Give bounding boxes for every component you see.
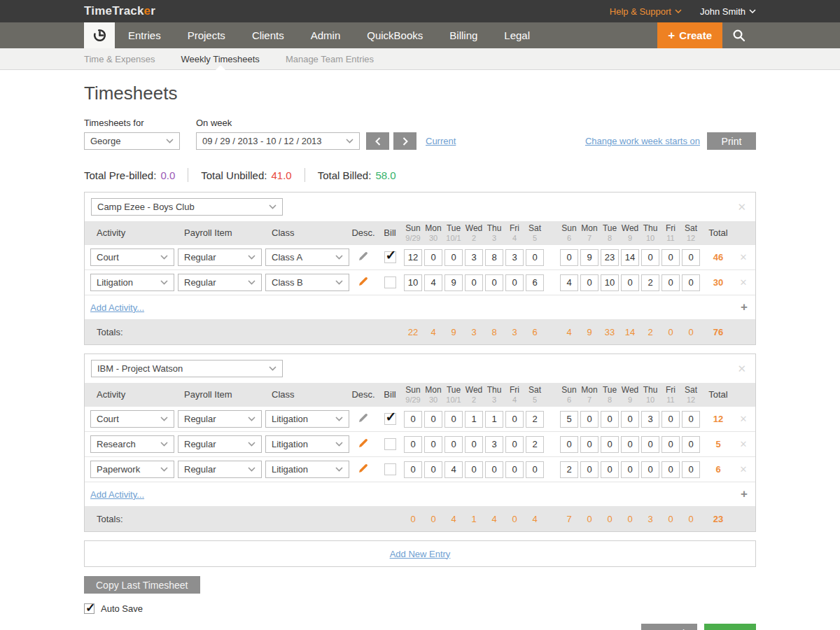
hour-input[interactable] <box>526 436 544 453</box>
hour-input[interactable] <box>662 274 680 291</box>
hour-input[interactable] <box>444 461 463 478</box>
week-select[interactable]: 09 / 29 / 2013 - 10 / 12 / 2013 <box>196 132 360 150</box>
hour-input[interactable] <box>404 274 422 291</box>
hour-input[interactable] <box>601 436 619 453</box>
hour-input[interactable] <box>505 411 524 428</box>
hour-input[interactable] <box>404 436 422 453</box>
project-select[interactable]: Camp Ezee - Boys Club <box>91 198 283 216</box>
hour-input[interactable] <box>621 411 639 428</box>
hour-input[interactable] <box>444 249 463 266</box>
hour-input[interactable] <box>485 249 503 266</box>
hour-input[interactable] <box>404 249 422 266</box>
hour-input[interactable] <box>682 411 700 428</box>
description-pencil-icon[interactable] <box>358 276 369 287</box>
class-select[interactable]: Litigation <box>265 461 349 478</box>
delete-row-icon[interactable]: ✕ <box>734 414 752 424</box>
hour-input[interactable] <box>621 274 639 291</box>
hour-input[interactable] <box>662 249 680 266</box>
hour-input[interactable] <box>580 249 598 266</box>
delete-row-icon[interactable]: ✕ <box>734 252 752 262</box>
nav-item-legal[interactable]: Legal <box>491 22 543 48</box>
hour-input[interactable] <box>424 436 442 453</box>
hour-input[interactable] <box>580 461 598 478</box>
change-work-week-link[interactable]: Change work week starts on <box>585 136 700 146</box>
description-pencil-icon[interactable] <box>358 251 369 262</box>
home-tab[interactable] <box>84 22 115 48</box>
current-week-link[interactable]: Current <box>426 136 456 146</box>
hour-input[interactable] <box>505 461 524 478</box>
hour-input[interactable] <box>404 411 422 428</box>
bill-checkbox[interactable] <box>384 276 396 288</box>
description-pencil-icon[interactable] <box>358 412 369 424</box>
hour-input[interactable] <box>485 411 503 428</box>
nav-item-clients[interactable]: Clients <box>239 22 298 48</box>
hour-input[interactable] <box>601 461 619 478</box>
class-select[interactable]: Litigation <box>265 410 349 428</box>
hour-input[interactable] <box>444 436 463 453</box>
hour-input[interactable] <box>621 461 639 478</box>
nav-item-billing[interactable]: Billing <box>436 22 491 48</box>
hour-input[interactable] <box>424 461 442 478</box>
class-select[interactable]: Class B <box>265 274 349 291</box>
hour-input[interactable] <box>560 249 578 266</box>
nav-item-admin[interactable]: Admin <box>298 22 354 48</box>
payroll-item-select[interactable]: Regular <box>178 410 262 428</box>
activity-select[interactable]: Litigation <box>90 274 174 291</box>
hour-input[interactable] <box>641 436 659 453</box>
activity-select[interactable]: Court <box>90 410 174 428</box>
hour-input[interactable] <box>465 461 483 478</box>
hour-input[interactable] <box>444 274 463 291</box>
hour-input[interactable] <box>485 461 503 478</box>
hour-input[interactable] <box>641 274 659 291</box>
payroll-item-select[interactable]: Regular <box>178 274 262 291</box>
plus-icon[interactable]: + <box>741 487 748 501</box>
hour-input[interactable] <box>662 461 680 478</box>
description-pencil-icon[interactable] <box>358 438 369 449</box>
activity-select[interactable]: Court <box>90 248 174 266</box>
subnav-item-manage-team-entries[interactable]: Manage Team Entries <box>277 48 382 69</box>
hour-input[interactable] <box>526 411 544 428</box>
hour-input[interactable] <box>485 436 503 453</box>
hour-input[interactable] <box>682 249 700 266</box>
hour-input[interactable] <box>621 249 639 266</box>
hour-input[interactable] <box>424 249 442 266</box>
hour-input[interactable] <box>465 436 483 453</box>
delete-row-icon[interactable]: ✕ <box>734 439 752 449</box>
copy-last-timesheet-button[interactable]: Copy Last Timesheet <box>84 576 200 594</box>
hour-input[interactable] <box>580 411 598 428</box>
class-select[interactable]: Class A <box>265 248 349 266</box>
next-week-button[interactable] <box>393 132 416 150</box>
hour-input[interactable] <box>641 411 659 428</box>
hour-input[interactable] <box>424 274 442 291</box>
hour-input[interactable] <box>526 461 544 478</box>
hour-input[interactable] <box>601 249 619 266</box>
description-pencil-icon[interactable] <box>358 463 369 474</box>
hour-input[interactable] <box>404 461 422 478</box>
hour-input[interactable] <box>662 411 680 428</box>
plus-icon[interactable]: + <box>741 300 748 314</box>
delete-row-icon[interactable]: ✕ <box>734 464 752 475</box>
subnav-item-weekly-timesheets[interactable]: Weekly Timesheets <box>172 48 267 69</box>
nav-item-quickbooks[interactable]: QuickBooks <box>354 22 436 48</box>
hour-input[interactable] <box>505 274 524 291</box>
hour-input[interactable] <box>641 249 659 266</box>
payroll-item-select[interactable]: Regular <box>178 435 262 453</box>
hour-input[interactable] <box>682 436 700 453</box>
search-button[interactable] <box>722 22 756 48</box>
hour-input[interactable] <box>505 436 524 453</box>
hour-input[interactable] <box>505 249 524 266</box>
remove-timesheet-icon[interactable]: ✕ <box>734 201 750 214</box>
hour-input[interactable] <box>424 411 442 428</box>
payroll-item-select[interactable]: Regular <box>178 461 262 478</box>
hour-input[interactable] <box>560 411 578 428</box>
hour-input[interactable] <box>641 461 659 478</box>
bill-checkbox[interactable] <box>384 413 396 425</box>
hour-input[interactable] <box>662 436 680 453</box>
hour-input[interactable] <box>560 274 578 291</box>
auto-save-checkbox[interactable] <box>84 603 94 614</box>
class-select[interactable]: Litigation <box>265 435 349 453</box>
save-button[interactable]: Save <box>704 624 756 630</box>
add-activity-link[interactable]: Add Activity... <box>90 302 144 313</box>
hour-input[interactable] <box>560 461 578 478</box>
hour-input[interactable] <box>465 274 483 291</box>
